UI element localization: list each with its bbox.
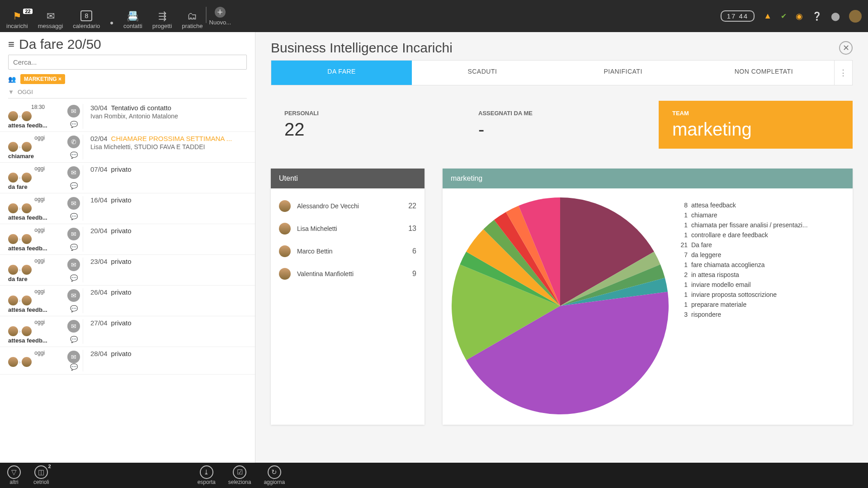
date-filter-label: OGGI [18, 89, 33, 95]
notification-icon[interactable]: ⬤ [831, 11, 840, 21]
user-row[interactable]: Valentina Manfioletti9 [279, 263, 416, 285]
legend-count: 8 [678, 202, 688, 209]
bottom-icon: ◫ [34, 465, 48, 479]
comment-icon: 💬 [70, 213, 78, 220]
bottom-icon: ▽ [7, 465, 21, 479]
bottom-action[interactable]: ☑seleziona [228, 465, 251, 485]
bottom-action[interactable]: ↻aggiorna [264, 465, 285, 485]
users-panel-title: Utenti [271, 169, 425, 188]
task-type-icon: ✉ [67, 105, 80, 117]
filter-icon[interactable]: ▼ [8, 89, 14, 95]
user-count: 13 [408, 225, 416, 233]
tab[interactable]: NON COMPLETATI [693, 61, 834, 85]
task-item[interactable]: oggi›da fare✉💬23/04privato [0, 255, 255, 286]
task-subject: privato [111, 258, 132, 265]
task-time: oggi [8, 135, 65, 141]
task-time: oggi [8, 258, 65, 264]
task-subject: privato [111, 288, 132, 296]
task-item[interactable]: oggi›chiamare✆💬02/04CHIAMARE PROSSIMA SE… [0, 132, 255, 163]
task-item[interactable]: oggi›attesa feedb...✉💬27/04privato [0, 316, 255, 347]
user-row[interactable]: Lisa Micheletti13 [279, 217, 416, 240]
filter-tag-marketing[interactable]: MARKETING × [20, 74, 65, 84]
nav-item[interactable]: ⇶progetti [152, 11, 172, 29]
nav-icon: 🗂 [187, 11, 197, 21]
bottom-label: altri [9, 479, 18, 485]
bi-pane: Business Intelligence Incarichi ✕ DA FAR… [255, 32, 868, 463]
bi-title: Business Intelligence Incarichi [271, 40, 839, 56]
task-people: Ivan Rombix, Antonio Matalone [90, 113, 249, 120]
search-input[interactable] [8, 55, 247, 70]
legend-row: 7da leggere [678, 250, 844, 260]
task-item[interactable]: 18:30›attesa feedb...✉💬30/04Tentativo di… [0, 101, 255, 132]
nav-item[interactable]: 🗂pratiche [182, 11, 203, 29]
nav-item[interactable]: ⚑incarichi22 [6, 11, 28, 29]
task-item[interactable]: oggi›attesa feedb...✉💬20/04privato [0, 224, 255, 255]
card-personali[interactable]: PERSONALI 22 [271, 101, 465, 149]
task-item[interactable]: oggi›da fare✉💬07/04privato [0, 163, 255, 193]
group-icon[interactable]: 👥 [8, 75, 16, 83]
task-status: da fare [8, 183, 60, 190]
task-date: 28/04 [90, 350, 108, 357]
user-count: 22 [408, 202, 416, 210]
bottom-action[interactable]: ▽altri [7, 465, 21, 485]
nav-label: messaggi [38, 23, 63, 29]
check-icon[interactable]: ✔ [781, 12, 787, 20]
legend-label: rispondere [691, 311, 721, 318]
legend-label: in attesa risposta [691, 271, 739, 278]
nav-new[interactable]: + Nuovo... [209, 7, 231, 26]
legend-row: 1fare chiamata accoglienza [678, 260, 844, 270]
help-icon[interactable]: ❔ [812, 11, 822, 21]
task-date: 20/04 [90, 227, 108, 235]
task-time: oggi [8, 165, 65, 172]
user-row[interactable]: Marco Bettin6 [279, 240, 416, 263]
user-avatar[interactable] [849, 10, 862, 23]
tab-more[interactable]: ⋮ [834, 61, 852, 85]
task-type-icon: ✉ [67, 166, 80, 179]
tab[interactable]: PIANIFICATI [553, 61, 693, 85]
task-avatars: › [8, 296, 65, 305]
task-item[interactable]: oggi›✉💬28/04privato [0, 347, 255, 375]
bottom-action[interactable]: ⤓esporta [198, 465, 216, 485]
user-count: 9 [412, 270, 416, 278]
menu-icon[interactable]: ≡ [8, 38, 14, 51]
comment-icon: 💬 [70, 336, 78, 343]
globe-icon[interactable]: ◉ [796, 11, 803, 21]
close-button[interactable]: ✕ [839, 41, 853, 55]
task-avatars: › [8, 111, 65, 121]
legend-row: 2in attesa risposta [678, 270, 844, 280]
task-avatars: › [8, 203, 65, 213]
nav-icon: ✉ [47, 11, 55, 21]
bottom-action[interactable]: ◫cetrioli2 [33, 465, 49, 485]
legend-row: 1inviare modello email [678, 280, 844, 290]
top-navbar: ⚑incarichi22✉messaggi8calendario•📇contat… [0, 0, 868, 32]
task-status: attesa feedb... [8, 306, 60, 313]
nav-item[interactable]: • [110, 18, 113, 29]
legend-label: inviare modello email [691, 281, 751, 288]
tab[interactable]: DA FARE [271, 61, 412, 85]
card-team[interactable]: TEAM marketing [659, 101, 853, 149]
tab[interactable]: SCADUTI [412, 61, 552, 85]
task-item[interactable]: oggi›attesa feedb...✉💬16/04privato [0, 193, 255, 224]
legend-label: Da fare [691, 241, 712, 249]
nav-item[interactable]: ✉messaggi [38, 11, 63, 29]
task-status: chiamare [8, 153, 60, 160]
task-item[interactable]: oggi›attesa feedb...✉💬26/04privato [0, 286, 255, 316]
task-time: 18:30 [8, 104, 65, 110]
comment-icon: 💬 [70, 274, 78, 282]
nav-item[interactable]: 8calendario [73, 10, 100, 29]
card-label: TEAM [672, 110, 839, 117]
bottom-label: cetrioli [33, 479, 49, 485]
legend-label: chiamare [691, 211, 717, 219]
card-assegnati[interactable]: ASSEGNATI DA ME - [465, 101, 659, 149]
legend-label: preparare materiale [691, 301, 746, 308]
nav-icon: ⚑ [13, 11, 22, 21]
legend-row: 3rispondere [678, 310, 844, 319]
nav-label: progetti [152, 23, 172, 29]
warning-icon[interactable]: ▲ [764, 11, 772, 21]
task-avatars: › [8, 357, 65, 367]
comment-icon: 💬 [70, 244, 78, 251]
nav-item[interactable]: 📇contatti [123, 11, 142, 29]
task-date: 23/04 [90, 258, 108, 265]
task-subject: CHIAMARE PROSSIMA SETTIMANA ... [111, 135, 232, 142]
user-row[interactable]: Alessandro De Vecchi22 [279, 195, 416, 217]
